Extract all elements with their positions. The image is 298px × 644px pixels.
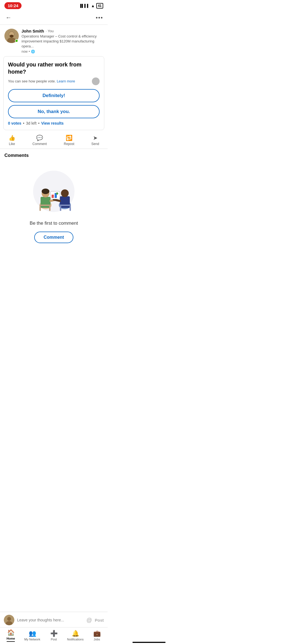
svg-rect-21 — [49, 206, 50, 211]
svg-rect-12 — [60, 196, 70, 208]
send-label: Send — [91, 142, 99, 146]
svg-line-14 — [54, 200, 60, 201]
author-title: Operations Manager – Cost control & effi… — [22, 34, 103, 49]
author-name: John Smith — [22, 29, 44, 33]
repost-label: Repost — [64, 142, 74, 146]
privacy-icon: 🌐 — [31, 50, 35, 53]
svg-rect-19 — [39, 205, 50, 206]
poll-card: Would you rather work from home? You can… — [3, 56, 104, 130]
poll-stats: 0 votes • 3d left • View results — [8, 121, 100, 125]
post-meta: now • 🌐 — [22, 50, 103, 53]
like-button[interactable]: 👍 Like — [9, 135, 15, 146]
empty-comments-illustration — [26, 169, 81, 216]
signal-icon: ▐▌▌▌ — [79, 4, 90, 8]
status-bar: 10:24 ▐▌▌▌ ▲ 41 — [0, 0, 108, 10]
poll-subtitle: You can see how people vote. Learn more — [8, 77, 100, 85]
post-info: John Smith · You Operations Manager – Co… — [22, 29, 103, 53]
separator: • — [29, 50, 30, 53]
comments-section: Comments — [0, 149, 108, 254]
comment-button[interactable]: 💬 Comment — [33, 135, 47, 146]
post-header: John Smith · You Operations Manager – Co… — [0, 25, 108, 56]
svg-rect-7 — [41, 197, 50, 208]
status-time: 10:24 — [4, 2, 22, 9]
poll-subtitle-text: You can see how people vote. Learn more — [8, 79, 75, 83]
status-icons: ▐▌▌▌ ▲ 41 — [79, 3, 103, 9]
svg-rect-24 — [70, 206, 71, 211]
svg-point-9 — [42, 189, 49, 194]
poll-option-1[interactable]: Definitely! — [8, 89, 100, 102]
more-button[interactable]: ••• — [96, 15, 103, 21]
comments-title: Comments — [4, 153, 103, 158]
poll-question: Would you rather work from home? — [8, 61, 100, 75]
comment-label: Comment — [33, 142, 47, 146]
empty-comments: Be the first to comment Comment — [4, 164, 103, 251]
wifi-icon: ▲ — [91, 4, 95, 8]
battery-icon: 41 — [96, 3, 103, 9]
back-button[interactable]: ← — [4, 13, 13, 22]
svg-rect-22 — [60, 205, 71, 206]
view-results-link[interactable]: View results — [41, 121, 63, 125]
post-time: now — [22, 50, 28, 53]
avatar-container — [4, 29, 19, 43]
stats-dot-2: • — [38, 121, 39, 125]
send-icon: ➤ — [93, 135, 98, 141]
online-indicator — [15, 39, 18, 42]
send-button[interactable]: ➤ Send — [91, 135, 99, 146]
repost-button[interactable]: 🔁 Repost — [64, 135, 74, 146]
comment-icon: 💬 — [36, 135, 43, 141]
poll-option-1-text: Definitely! — [42, 93, 65, 98]
learn-more-link[interactable]: Learn more — [57, 79, 75, 83]
empty-comments-text: Be the first to comment — [30, 221, 78, 226]
svg-rect-16 — [52, 195, 54, 198]
top-nav: ← ••• — [0, 10, 108, 25]
svg-point-4 — [10, 35, 14, 37]
repost-icon: 🔁 — [66, 135, 73, 141]
svg-point-18 — [56, 192, 58, 195]
author-you: · You — [46, 29, 54, 33]
author-line: John Smith · You — [22, 29, 103, 33]
poll-circle-decoration — [92, 77, 100, 85]
votes-count: 0 votes — [8, 121, 21, 125]
svg-rect-23 — [60, 206, 61, 211]
poll-option-2[interactable]: No, thank you. — [8, 105, 100, 118]
days-left: 3d left — [26, 121, 36, 125]
stats-dot-1: • — [23, 121, 24, 125]
action-bar: 👍 Like 💬 Comment 🔁 Repost ➤ Send — [0, 132, 108, 149]
poll-option-2-text: No, thank you. — [38, 109, 70, 114]
like-icon: 👍 — [9, 135, 15, 141]
svg-rect-20 — [39, 206, 41, 211]
like-label: Like — [9, 142, 15, 146]
svg-point-13 — [61, 189, 69, 197]
comment-cta-button[interactable]: Comment — [34, 232, 73, 243]
